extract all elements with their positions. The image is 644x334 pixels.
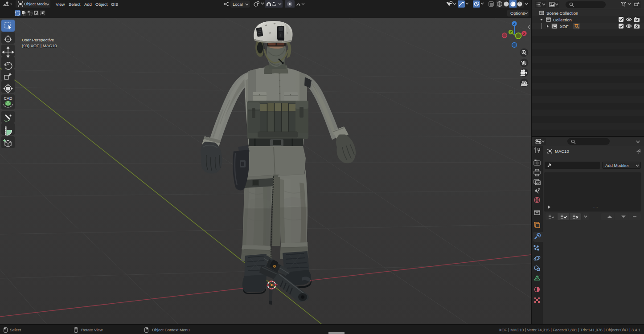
svg-text:Z: Z xyxy=(513,22,516,26)
svg-text:X: X xyxy=(523,32,525,36)
svg-text:7: 7 xyxy=(578,26,579,29)
svg-text:Y: Y xyxy=(509,30,512,34)
svg-text:CAD: CAD xyxy=(4,96,12,101)
